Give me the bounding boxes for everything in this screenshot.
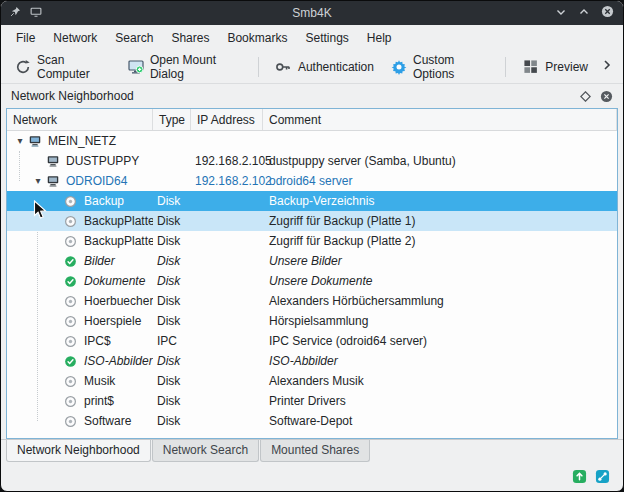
maximize-button[interactable] xyxy=(578,6,590,21)
chevron-right-icon xyxy=(601,59,613,74)
menu-help[interactable]: Help xyxy=(358,28,401,48)
tree-row-backup[interactable]: BackupDiskBackup-Verzeichnis xyxy=(7,191,617,211)
dock-tabbar: Network NeighborhoodNetwork SearchMounte… xyxy=(1,439,623,461)
preview-button[interactable]: Preview xyxy=(516,54,594,79)
item-name: Hoerspiele xyxy=(84,314,141,328)
tree-row-iso-abbilder[interactable]: ISO-AbbilderDiskISO-Abbilder xyxy=(7,351,617,371)
comment-cell: dustpuppy server (Samba, Ubuntu) xyxy=(263,154,617,168)
tree-row-print-[interactable]: print$DiskPrinter Drivers xyxy=(7,391,617,411)
custom-options-button[interactable]: Custom Options xyxy=(385,49,495,85)
dock-header: Network Neighborhood xyxy=(1,84,623,108)
dock-close-button[interactable] xyxy=(600,90,613,103)
share-icon xyxy=(63,374,78,389)
share-icon xyxy=(63,314,78,329)
menu-settings[interactable]: Settings xyxy=(296,28,357,48)
comment-cell: Hörspielsammlung xyxy=(263,314,617,328)
app-icon xyxy=(30,6,42,21)
dock-title: Network Neighborhood xyxy=(11,89,580,103)
share-mounted-icon xyxy=(63,274,78,289)
item-name: ISO-Abbilder xyxy=(84,354,153,368)
share-mounted-icon xyxy=(63,354,78,369)
share-mounted-icon xyxy=(63,254,78,269)
item-name: MEIN_NETZ xyxy=(48,134,116,148)
type-cell: Disk xyxy=(153,374,191,388)
mounted-share-icon[interactable] xyxy=(572,469,587,484)
tree-row-bilder[interactable]: BilderDiskUnsere Bilder xyxy=(7,251,617,271)
tree-row-hoerspiele[interactable]: HoerspieleDiskHörspielsammlung xyxy=(7,311,617,331)
toolbar-button-label: Custom Options xyxy=(413,53,489,81)
menu-shares[interactable]: Shares xyxy=(162,28,218,48)
tree-row-mein-netz[interactable]: ▾MEIN_NETZ xyxy=(7,131,617,151)
menu-network[interactable]: Network xyxy=(44,28,106,48)
type-cell: Disk xyxy=(153,314,191,328)
comment-cell: Alexanders Musik xyxy=(263,374,617,388)
tree-row-backupplatte2-[interactable]: BackupPlatte2$DiskZugriff für Backup (Pl… xyxy=(7,231,617,251)
type-cell: Disk xyxy=(153,254,191,268)
tab-network-neighborhood[interactable]: Network Neighborhood xyxy=(6,440,151,462)
tree-row-software[interactable]: SoftwareDiskSoftware-Depot xyxy=(7,411,617,431)
menu-search[interactable]: Search xyxy=(106,28,162,48)
smb4k-window: Smb4K FileNetworkSearchSharesBookmarksSe… xyxy=(0,0,624,492)
titlebar-left-icons xyxy=(10,6,140,21)
share-icon xyxy=(63,234,78,249)
menu-bookmarks[interactable]: Bookmarks xyxy=(218,28,296,48)
expander-icon[interactable]: ▾ xyxy=(13,136,27,146)
titlebar[interactable]: Smb4K xyxy=(1,1,623,25)
column-header-comment[interactable]: Comment xyxy=(263,109,617,130)
tree-row-musik[interactable]: MusikDiskAlexanders Musik xyxy=(7,371,617,391)
float-button[interactable] xyxy=(580,91,591,102)
comment-cell: ISO-Abbilder xyxy=(263,354,617,368)
authentication-button[interactable]: Authentication xyxy=(269,54,380,79)
tree-row-odroid64[interactable]: ▾ODROID64192.168.2.102odroid64 server xyxy=(7,171,617,191)
close-icon xyxy=(601,5,614,21)
column-header-ip-address[interactable]: IP Address xyxy=(191,109,263,130)
tree-row-dustpuppy[interactable]: DUSTPUPPY192.168.2.105dustpuppy server (… xyxy=(7,151,617,171)
close-button[interactable] xyxy=(601,5,614,21)
dock-buttons xyxy=(580,90,613,103)
item-name: Hoerbuecher xyxy=(84,294,153,308)
comment-cell: Software-Depot xyxy=(263,414,617,428)
type-cell: Disk xyxy=(153,194,191,208)
minimize-icon xyxy=(555,6,567,21)
tree-row-backupplatte1-[interactable]: BackupPlatte1$DiskZugriff für Backup (Pl… xyxy=(7,211,617,231)
open-mount-dialog-button[interactable]: Open Mount Dialog xyxy=(122,49,248,85)
type-cell: Disk xyxy=(153,294,191,308)
menu-file[interactable]: File xyxy=(7,28,44,48)
minimize-button[interactable] xyxy=(555,6,567,21)
comment-cell: Unsere Bilder xyxy=(263,254,617,268)
tab-mounted-shares[interactable]: Mounted Shares xyxy=(260,440,370,462)
column-header-network[interactable]: Network xyxy=(7,109,153,130)
type-cell: Disk xyxy=(153,354,191,368)
toolbar-separator xyxy=(505,57,506,77)
statusbar xyxy=(1,461,623,491)
maximize-icon xyxy=(578,6,590,21)
toolbar: Scan ComputerOpen Mount DialogAuthentica… xyxy=(1,50,623,84)
type-cell: Disk xyxy=(153,234,191,248)
comment-cell: Unsere Dokumente xyxy=(263,274,617,288)
window-controls xyxy=(484,5,614,21)
menubar: FileNetworkSearchSharesBookmarksSettings… xyxy=(1,25,623,50)
toolbar-button-label: Authentication xyxy=(298,60,374,74)
toolbar-overflow-button[interactable] xyxy=(599,57,615,76)
item-name: BackupPlatte1$ xyxy=(84,214,153,228)
network-status-icon[interactable] xyxy=(595,469,610,484)
expander-icon[interactable]: ▾ xyxy=(31,176,45,186)
comment-cell: Backup-Verzeichnis xyxy=(263,194,617,208)
tab-network-search[interactable]: Network Search xyxy=(152,440,259,462)
type-cell: IPC xyxy=(153,334,191,348)
tree-row-dokumente[interactable]: DokumenteDiskUnsere Dokumente xyxy=(7,271,617,291)
item-name: Software xyxy=(84,414,131,428)
preview-icon xyxy=(522,58,539,75)
tree-row-hoerbuecher[interactable]: HoerbuecherDiskAlexanders Hörbüchersamml… xyxy=(7,291,617,311)
ip-address-cell: 192.168.2.105 xyxy=(191,154,263,168)
item-name: ODROID64 xyxy=(66,174,127,188)
toolbar-separator xyxy=(258,57,259,77)
item-name: Backup xyxy=(84,194,124,208)
dock-close-icon xyxy=(600,90,613,103)
item-name: print$ xyxy=(84,394,114,408)
item-name: BackupPlatte2$ xyxy=(84,234,153,248)
column-header-type[interactable]: Type xyxy=(153,109,191,130)
comment-cell: odroid64 server xyxy=(263,174,617,188)
scan-computer-button[interactable]: Scan Computer xyxy=(9,49,117,85)
tree-row-ipc-[interactable]: IPC$IPCIPC Service (odroid64 server) xyxy=(7,331,617,351)
